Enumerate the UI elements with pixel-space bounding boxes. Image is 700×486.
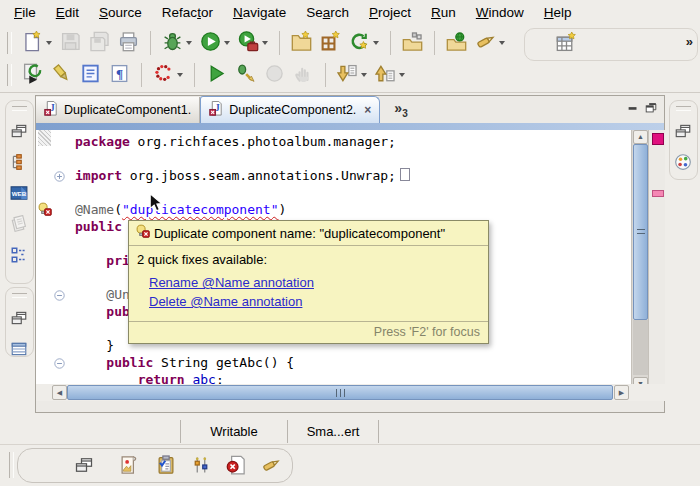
fold-minus-icon[interactable] [53,356,66,369]
web-view-button[interactable]: WEB [10,184,30,204]
chevron-down-icon[interactable] [46,41,52,45]
chevron-down-icon[interactable] [373,41,379,45]
scroll-right-icon[interactable]: ▶ [614,385,629,400]
chevron-down-icon[interactable] [399,73,405,77]
marker-button[interactable] [472,30,508,56]
fold-minus-icon[interactable] [53,288,66,301]
scroll-thumb[interactable] [67,385,613,400]
restore-view-button[interactable] [74,455,94,475]
table-blue-icon [10,344,28,361]
tab-overflow-indicator[interactable]: »3 [394,100,407,119]
save-all-button[interactable] [86,30,113,56]
import-button[interactable] [399,30,426,56]
previous-annotation-button[interactable] [372,62,408,88]
menu-window[interactable]: Window [466,2,534,23]
resume-button[interactable] [203,62,230,88]
toolbar-drag-handle[interactable] [7,64,12,86]
new-table-wizard-button[interactable] [553,32,580,58]
debug-button[interactable] [159,30,195,56]
archives-view-button[interactable] [10,215,30,235]
scroll-thumb[interactable] [633,144,648,320]
menu-file[interactable]: File [4,2,46,23]
new-grid-wizard-button[interactable] [317,30,344,56]
chevron-down-icon[interactable] [186,41,192,45]
terminate-button[interactable] [261,62,288,88]
new-seam-wizard-button[interactable] [346,30,382,56]
print-button[interactable] [115,30,142,56]
error-bulb-icon [135,224,154,242]
mark-occurrences-button[interactable] [77,62,104,88]
annotation-ruler [36,130,75,391]
save-all-icon [89,31,110,56]
save-button[interactable] [57,30,84,56]
overview-ruler[interactable] [648,130,665,391]
vertical-scrollbar[interactable]: ▲ ▼ [631,130,649,391]
markers-view-button[interactable] [261,455,281,475]
next-annotation-button[interactable] [334,62,370,88]
show-whitespace-button[interactable]: ¶ [106,62,133,88]
toolbar-overflow-chevron[interactable]: » [686,34,692,49]
record-button[interactable] [150,62,186,88]
tasks-view-button[interactable] [156,455,176,475]
suspend-button[interactable] [290,62,317,88]
menu-refactor[interactable]: Refactor [152,2,223,23]
collapsed-region-box[interactable] [400,168,410,181]
highlight-button[interactable] [48,62,75,88]
toolbar-separator [279,31,280,55]
drag-grip[interactable] [676,106,691,111]
editor-tab-1[interactable]: JDuplicateComponent1. [36,97,200,123]
properties-view-button[interactable] [10,340,30,360]
quickfix-bulb-error-icon[interactable] [37,202,52,217]
menu-project[interactable]: Project [359,2,421,23]
new-project-button[interactable] [288,30,315,56]
run-button[interactable] [197,30,233,56]
menu-search[interactable]: Search [296,2,359,23]
menu-edit[interactable]: Edit [46,2,89,23]
chevron-down-icon[interactable] [224,41,230,45]
close-icon[interactable]: × [364,103,371,117]
chevron-down-icon[interactable] [177,73,183,77]
drag-grip[interactable] [12,106,27,111]
toolbar-drag-handle[interactable] [7,32,12,54]
chevron-down-icon[interactable] [361,73,367,77]
seam-components-view-button[interactable] [674,153,694,173]
menu-run[interactable]: Run [421,2,466,23]
properties-sliders-view-button[interactable] [191,455,211,475]
palette-view-button[interactable] [119,455,139,475]
drag-grip[interactable] [12,293,27,298]
green-star-icon [349,31,370,56]
toolbar-separator [434,31,435,55]
run-last-tool-button[interactable] [19,62,46,88]
overview-error-marker[interactable] [652,133,664,145]
scroll-up-icon[interactable]: ▲ [633,130,648,144]
error-log-view-button[interactable] [226,455,246,475]
open-web-project-button[interactable] [443,30,470,56]
overview-warning-marker[interactable] [652,190,664,197]
quickfix-link-1[interactable]: Rename @Name annotation [149,275,480,290]
fold-plus-icon[interactable] [53,169,66,182]
restore-view-button[interactable] [674,122,694,142]
chevron-down-icon[interactable] [499,41,505,45]
menu-source[interactable]: Source [89,2,152,23]
restore-view-button[interactable] [10,309,30,329]
outline-view-button[interactable] [10,246,30,266]
editor-tab-2[interactable]: JDuplicateComponent2.× [200,96,380,123]
minimize-icon[interactable] [626,101,640,119]
scroll-track[interactable] [633,320,648,375]
menu-help[interactable]: Help [534,2,582,23]
scroll-left-icon[interactable]: ◀ [52,385,67,400]
debug-wizard-button[interactable] [232,62,259,88]
horizontal-scrollbar[interactable]: ◀ ▶ [36,384,666,401]
quickfix-link-2[interactable]: Delete @Name annotation [149,294,480,309]
next-annot-icon [337,63,358,88]
chevron-down-icon[interactable] [262,41,268,45]
drag-grip[interactable] [9,452,14,478]
new-wizard-button[interactable] [19,30,55,56]
run-external-button[interactable] [235,30,271,56]
menu-navigate[interactable]: Navigate [223,2,296,23]
bug-wand-icon [235,63,256,88]
svg-text:WEB: WEB [11,190,26,197]
restore-view-button[interactable] [10,122,30,142]
maximize-icon[interactable] [644,101,658,119]
web-projects-view-button[interactable] [10,153,30,173]
